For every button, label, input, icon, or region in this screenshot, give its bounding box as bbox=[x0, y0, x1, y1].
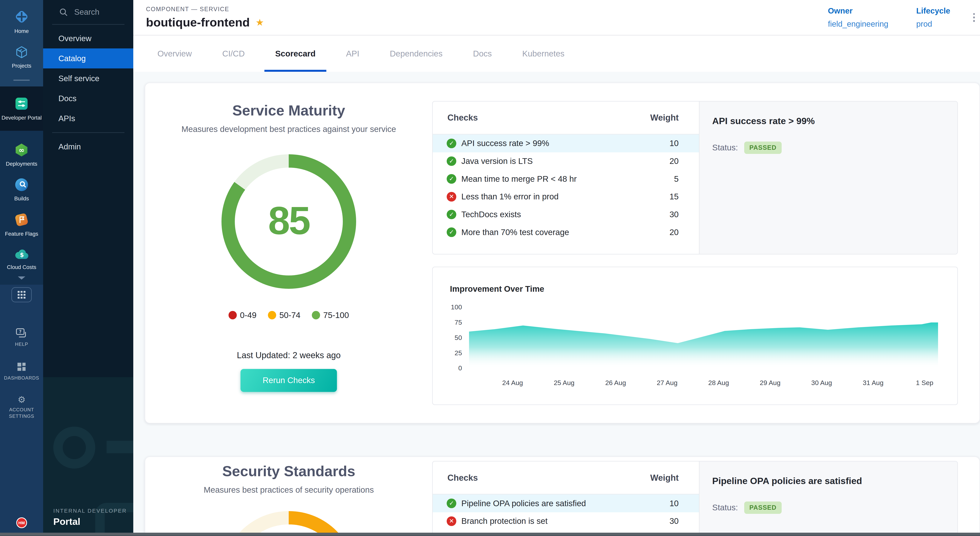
rail-item-help[interactable]: ? HELP bbox=[15, 328, 28, 348]
projects-cube-icon bbox=[14, 45, 29, 59]
entity-header: COMPONENT — SERVICE boutique-frontend ★ … bbox=[133, 0, 980, 35]
check-weight: 10 bbox=[670, 499, 679, 508]
rail-item-account-settings[interactable]: ⚙ ACCOUNT SETTINGS bbox=[4, 395, 39, 420]
legend-label: 50-74 bbox=[279, 310, 301, 320]
y-axis-tick: 25 bbox=[437, 349, 462, 357]
tab-overview[interactable]: Overview bbox=[158, 35, 192, 72]
check-row[interactable]: ✓Mean time to merge PR < 48 hr5 bbox=[433, 170, 699, 188]
check-passed-icon: ✓ bbox=[447, 499, 456, 508]
owner-link[interactable]: field_engineering bbox=[828, 19, 888, 29]
service-maturity-card: Service Maturity Measures development be… bbox=[145, 83, 980, 423]
user-avatar[interactable]: HM bbox=[16, 517, 27, 528]
score-legend: 0-4950-7475-100 bbox=[145, 310, 432, 320]
sidebar-item-apis[interactable]: APIs bbox=[43, 108, 133, 129]
check-detail-panel: API success rate > 99% Status: PASSED bbox=[699, 102, 957, 254]
score-value: 85 bbox=[221, 198, 356, 243]
check-failed-icon: ✕ bbox=[447, 516, 456, 526]
check-label: Mean time to merge PR < 48 hr bbox=[461, 174, 674, 184]
check-label: Branch protection is set bbox=[461, 516, 670, 526]
module-selector-button[interactable] bbox=[11, 287, 32, 302]
sidebar-item-admin[interactable]: Admin bbox=[43, 137, 133, 157]
sidebar-item-self-service[interactable]: Self service bbox=[43, 68, 133, 88]
check-row[interactable]: ✕Branch protection is set30 bbox=[433, 512, 699, 530]
checks-panel: Checks Weight ✓Pipeline OPA policies are… bbox=[432, 461, 958, 536]
y-axis-tick: 0 bbox=[437, 364, 462, 372]
chart-title: Improvement Over Time bbox=[450, 284, 544, 294]
grid-icon bbox=[18, 291, 25, 299]
harness-home-icon bbox=[14, 9, 30, 25]
owner-meta: Owner field_engineering bbox=[828, 6, 888, 29]
rail-item-builds[interactable]: Builds bbox=[0, 172, 43, 207]
chevron-down-icon[interactable] bbox=[18, 277, 25, 280]
developer-portal-icon bbox=[14, 96, 29, 111]
rail-item-cloud-costs[interactable]: $ Cloud Costs bbox=[0, 242, 43, 275]
legend-label: 75-100 bbox=[323, 310, 349, 320]
status-label: Status: bbox=[712, 143, 738, 152]
check-row[interactable]: ✕Less than 1% error in prod15 bbox=[433, 188, 699, 206]
x-axis-tick: 27 Aug bbox=[657, 379, 678, 386]
portal-sidebar: Search OverviewCatalogSelf serviceDocsAP… bbox=[43, 0, 133, 536]
sidebar-item-docs[interactable]: Docs bbox=[43, 88, 133, 108]
check-failed-icon: ✕ bbox=[447, 192, 456, 202]
sidebar-item-catalog[interactable]: Catalog bbox=[43, 48, 133, 68]
x-axis-tick: 31 Aug bbox=[863, 379, 884, 386]
rerun-checks-button[interactable]: Rerun Checks bbox=[240, 369, 337, 392]
check-passed-icon: ✓ bbox=[447, 174, 456, 184]
legend-dot bbox=[268, 311, 276, 319]
check-passed-icon: ✓ bbox=[447, 138, 456, 148]
idp-scorecard-page: Home Projects Developer Po bbox=[0, 0, 980, 536]
y-axis-tick: 75 bbox=[437, 318, 462, 326]
svg-text:∞: ∞ bbox=[19, 146, 24, 154]
module-rail: Home Projects Developer Po bbox=[0, 0, 43, 536]
check-row[interactable]: ✓More than 70% test coverage20 bbox=[433, 223, 699, 241]
scorecard-subtitle: Measures best practices of security oper… bbox=[145, 485, 432, 495]
page-title: boutique-frontend bbox=[146, 15, 250, 29]
lifecycle-value: prod bbox=[916, 19, 950, 29]
sidebar-search[interactable]: Search bbox=[43, 0, 133, 24]
cloud-costs-icon: $ bbox=[14, 247, 30, 261]
y-axis-tick: 50 bbox=[437, 334, 462, 342]
score-donut bbox=[221, 511, 356, 536]
horizontal-scrollbar[interactable] bbox=[0, 533, 980, 536]
rail-item-developer-portal[interactable]: Developer Portal bbox=[0, 91, 43, 126]
checks-column-header: Checks bbox=[447, 113, 478, 122]
check-weight: 20 bbox=[670, 227, 679, 237]
check-row[interactable]: ✓API success rate > 99%10 bbox=[433, 135, 699, 152]
check-label: Less than 1% error in prod bbox=[461, 192, 670, 201]
check-label: Java version is LTS bbox=[461, 156, 670, 166]
gear-icon: ⚙ bbox=[18, 395, 25, 404]
legend-label: 0-49 bbox=[240, 310, 256, 320]
check-label: API success rate > 99% bbox=[461, 138, 670, 148]
check-weight: 15 bbox=[670, 192, 679, 201]
sidebar-item-overview[interactable]: Overview bbox=[43, 29, 133, 48]
deployments-icon: ∞ bbox=[14, 143, 29, 157]
tab-kubernetes[interactable]: Kubernetes bbox=[522, 35, 565, 72]
tab-scorecard[interactable]: Scorecard bbox=[275, 35, 315, 72]
check-passed-icon: ✓ bbox=[447, 156, 456, 166]
rail-item-feature-flags[interactable]: Feature Flags bbox=[0, 207, 43, 242]
x-axis-tick: 30 Aug bbox=[811, 379, 832, 386]
lifecycle-meta: Lifecycle prod bbox=[916, 6, 950, 29]
legend-item-50-74: 50-74 bbox=[268, 310, 301, 320]
weight-column-header: Weight bbox=[650, 473, 679, 483]
tab-ci-cd[interactable]: CI/CD bbox=[222, 35, 245, 72]
check-row[interactable]: ✓Java version is LTS20 bbox=[433, 152, 699, 170]
rail-item-deployments[interactable]: ∞ Deployments bbox=[0, 137, 43, 172]
tab-docs[interactable]: Docs bbox=[473, 35, 492, 72]
check-label: Pipeline OPA policies are satisfied bbox=[461, 499, 670, 508]
rail-item-projects[interactable]: Projects bbox=[0, 39, 43, 74]
rail-item-home[interactable]: Home bbox=[0, 3, 43, 39]
scorecard-title: Service Maturity bbox=[145, 102, 432, 119]
circuit-circle-decoration bbox=[53, 426, 95, 469]
check-row[interactable]: ✓Pipeline OPA policies are satisfied10 bbox=[433, 495, 699, 512]
builds-icon bbox=[14, 177, 29, 192]
check-row[interactable]: ✓TechDocs exists30 bbox=[433, 206, 699, 224]
checks-table: Checks Weight ✓API success rate > 99%10✓… bbox=[433, 102, 699, 254]
tab-dependencies[interactable]: Dependencies bbox=[390, 35, 442, 72]
kebab-menu-icon[interactable] bbox=[969, 9, 979, 26]
favorite-star-icon[interactable]: ★ bbox=[256, 17, 264, 28]
tab-api[interactable]: API bbox=[346, 35, 359, 72]
rail-item-dashboards[interactable]: DASHBOARDS bbox=[4, 361, 39, 381]
check-passed-icon: ✓ bbox=[447, 210, 456, 219]
svg-text:?: ? bbox=[19, 329, 22, 334]
